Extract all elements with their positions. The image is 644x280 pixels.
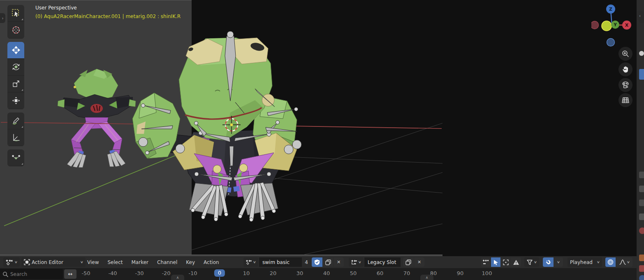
show-only-selected-toggle[interactable]: [481, 257, 491, 267]
close-icon: ✕: [337, 259, 341, 265]
tool-annotate[interactable]: [7, 112, 24, 129]
perspective-toggle-icon[interactable]: [619, 93, 632, 107]
expand-region-arrow[interactable]: ›: [0, 13, 5, 23]
action-users-count[interactable]: 4: [302, 257, 311, 267]
gizmo-axis-neg-x: [591, 21, 599, 29]
browse-slot-button[interactable]: ∨: [349, 257, 364, 267]
search-input[interactable]: [10, 271, 56, 277]
frame-tick-label: 50: [350, 270, 357, 276]
frame-ruler[interactable]: -50-40-30-20-100102030405060708090100: [76, 268, 504, 280]
tool-cursor[interactable]: [7, 22, 24, 39]
navigation-gizmo[interactable]: Y Z X: [591, 2, 632, 48]
tool-select-box[interactable]: [7, 5, 24, 22]
channel-search-box[interactable]: [0, 269, 63, 279]
svg-text:Z: Z: [609, 7, 612, 12]
proportional-editing-icon: [607, 259, 614, 265]
svg-text:Y: Y: [613, 23, 617, 27]
funnel-icon: [527, 259, 533, 265]
menu-bar: ViewSelectMarkerChannelKeyAction: [87, 256, 219, 268]
properties-tab-stub[interactable]: [639, 227, 644, 234]
menu-key[interactable]: Key: [186, 259, 195, 265]
fake-user-shield-button[interactable]: [312, 257, 322, 267]
menu-view[interactable]: View: [87, 259, 99, 265]
magnet-icon: [545, 259, 551, 265]
properties-tab-stub[interactable]: [639, 213, 644, 220]
properties-tab-stub[interactable]: [639, 275, 644, 280]
tool-transform[interactable]: [7, 92, 24, 109]
character-front-view[interactable]: [132, 30, 321, 227]
editor-type-button[interactable]: ∨: [3, 257, 20, 267]
properties-tab-stub[interactable]: [639, 172, 644, 178]
duplicate-slot-button[interactable]: [403, 257, 414, 267]
unlink-slot-button[interactable]: ✕: [414, 257, 424, 267]
playhead-dropdown-label: Playhead: [570, 259, 593, 265]
properties-tab-stub[interactable]: [639, 200, 644, 206]
tool-pose-breakdowner[interactable]: [7, 149, 24, 166]
tool-rotate[interactable]: [7, 59, 24, 76]
frame-tick-label: 10: [243, 270, 250, 276]
action-name-field[interactable]: swim basic 4: [259, 257, 311, 267]
tool-measure[interactable]: [7, 129, 24, 146]
playhead-snap-dropdown[interactable]: Playhead ∨: [568, 257, 602, 267]
gizmo-axis-neg-y-highlight: [602, 21, 612, 31]
expand-header-chevron[interactable]: ∧: [420, 275, 433, 280]
editor-mode-dropdown[interactable]: Action Editor ∨: [21, 257, 86, 267]
playhead-stem: [219, 277, 220, 280]
active-tool-tab[interactable]: [639, 69, 644, 80]
action-name-value: swim basic: [262, 259, 290, 265]
frame-tick-label: 30: [297, 270, 303, 276]
properties-tab-stub[interactable]: [639, 255, 644, 261]
expand-header-chevron[interactable]: ∧: [171, 275, 184, 280]
frame-tick-label: -20: [162, 270, 170, 276]
filter-dropdown-button[interactable]: ∨: [524, 257, 539, 267]
frame-tick-label: 90: [457, 270, 464, 276]
expand-properties-arrow[interactable]: ‹: [637, 11, 642, 21]
unlink-action-button[interactable]: ✕: [334, 257, 344, 267]
action-editor-icon: [24, 259, 30, 265]
editor-mode-label: Action Editor: [32, 259, 63, 265]
new-action-copy-button[interactable]: [323, 257, 333, 267]
smooth-falloff-icon: [619, 259, 626, 265]
warning-errors-toggle[interactable]: [511, 257, 521, 267]
proportional-editing-toggle[interactable]: [605, 257, 616, 267]
menu-select[interactable]: Select: [107, 259, 123, 265]
browse-action-button[interactable]: ∨: [243, 257, 258, 267]
properties-tab-stub[interactable]: [639, 186, 644, 192]
properties-tab-stub[interactable]: [639, 265, 644, 272]
blender-window: › ‹ ∧: [0, 0, 644, 280]
tool-move[interactable]: [7, 42, 24, 59]
frame-tick-label: 40: [323, 270, 330, 276]
playhead-current-frame[interactable]: 0: [214, 269, 225, 277]
pan-hand-icon[interactable]: [619, 62, 632, 76]
falloff-dropdown-button[interactable]: ∨: [616, 257, 632, 267]
slot-name-value: Legacy Slot: [368, 259, 396, 265]
tool-scale[interactable]: [7, 76, 24, 92]
properties-editor-edge: ‹: [637, 0, 644, 280]
close-icon: ✕: [417, 259, 421, 265]
cursor-select-toggle[interactable]: [491, 257, 500, 267]
frame-tick-label: 100: [482, 270, 492, 276]
menu-action[interactable]: Action: [204, 259, 219, 265]
frame-tick-label: -50: [81, 270, 90, 276]
svg-text:X: X: [625, 23, 629, 28]
gizmo-axis-neg-z: [607, 39, 615, 46]
frame-tick-label: 70: [403, 270, 410, 276]
frame-tick-label: -10: [188, 270, 197, 276]
search-icon: [2, 271, 8, 277]
menu-channel[interactable]: Channel: [157, 259, 177, 265]
pin-icon[interactable]: [639, 51, 644, 56]
slot-name-field[interactable]: Legacy Slot: [364, 257, 401, 267]
dope-sheet-editor-icon: [6, 259, 13, 266]
dope-sheet-header: ∨ Action Editor ∨ ViewSelectMarkerChanne…: [0, 256, 637, 268]
snap-magnet-toggle[interactable]: [543, 257, 554, 267]
zoom-icon[interactable]: [619, 47, 632, 61]
expand-channels-icon[interactable]: ↔: [64, 269, 76, 279]
tool-column: [7, 5, 24, 170]
snap-options-chevron[interactable]: ∨: [554, 257, 563, 267]
dope-sheet-editor: ∨ Action Editor ∨ ViewSelectMarkerChanne…: [0, 256, 637, 280]
frame-tick-label: 60: [377, 270, 384, 276]
camera-view-icon[interactable]: [619, 78, 632, 92]
collection-filter-toggle[interactable]: [501, 257, 510, 267]
frame-tick-label: -30: [135, 270, 144, 276]
menu-marker[interactable]: Marker: [132, 259, 148, 265]
